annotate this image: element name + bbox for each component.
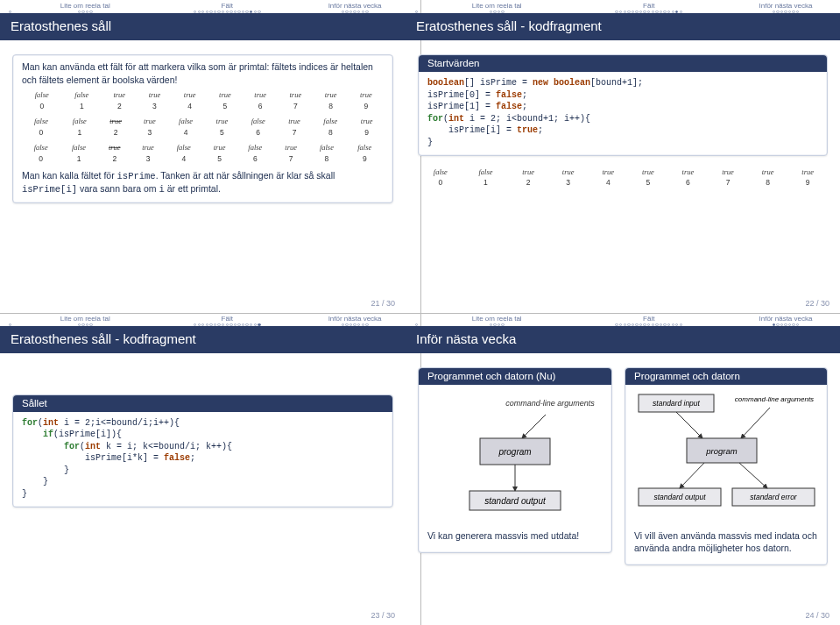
bool-table-2: falsefalsetruetruefalsetruefalsetruefals… bbox=[22, 116, 384, 139]
bool-table: falsefalsetruetruetruetruetruetruetruetr… bbox=[418, 167, 828, 188]
code-block-sallet: Sållet for(int i = 2;i<=bound/i;i++){ if… bbox=[12, 394, 393, 508]
svg-text:standard output: standard output bbox=[484, 496, 547, 506]
block-title: Sållet bbox=[13, 395, 392, 412]
nav-sec-c: Fält bbox=[222, 2, 233, 10]
svg-line-15 bbox=[739, 463, 767, 488]
svg-text:command-line arguments: command-line arguments bbox=[735, 395, 814, 403]
nav-bar: Lite om reela tal Fält Inför nästa vecka bbox=[0, 0, 406, 13]
svg-text:standard error: standard error bbox=[750, 493, 798, 501]
slide-footer: 21 / 30 bbox=[0, 297, 406, 313]
svg-text:program: program bbox=[498, 447, 531, 457]
svg-line-10 bbox=[676, 412, 702, 438]
slide-title: Eratosthenes såll - kodfragment bbox=[406, 13, 840, 40]
nav-sec-d: Inför nästa vecka bbox=[328, 2, 382, 10]
content-block: Man kan använda ett fält för att markera… bbox=[12, 54, 393, 203]
paragraph-2: Man kan kalla fältet för isPrime. Tanken… bbox=[22, 169, 384, 195]
svg-text:program: program bbox=[705, 446, 737, 456]
nav-bar: Lite om reela tal Fält Inför nästa vecka bbox=[406, 313, 840, 326]
svg-line-1 bbox=[522, 415, 546, 438]
page: Lite om reela tal Fält Inför nästa vecka… bbox=[0, 0, 840, 625]
slide-title: Inför nästa vecka bbox=[406, 326, 840, 353]
program-future-block: Programmet och datorn standard input bbox=[625, 367, 828, 566]
svg-line-14 bbox=[680, 463, 704, 488]
code-content: for(int i = 2;i<=bound/i;i++){ if(isPrim… bbox=[13, 412, 392, 508]
nav-bar: Lite om reela tal Fält Inför nästa vecka bbox=[0, 313, 406, 326]
slide-22: Lite om reela tal Fält Inför nästa vecka… bbox=[406, 0, 840, 313]
svg-text:standard input: standard input bbox=[653, 399, 701, 408]
diagram-future: standard input command-line arguments pr… bbox=[634, 390, 818, 522]
program-now-block: Programmet och datorn (Nu) command-line … bbox=[418, 367, 612, 553]
slide-footer: 22 / 30 bbox=[406, 297, 840, 313]
slide-title: Eratosthenes såll - kodfragment bbox=[0, 326, 406, 353]
slide-title: Eratosthenes såll bbox=[0, 13, 406, 40]
bool-table-1: falsefalsetruetruetruetruetruetruetruetr… bbox=[22, 89, 384, 113]
program-future-text: Vi vill även använda massvis med indata … bbox=[634, 529, 818, 554]
diagram-now: command-line arguments program standard … bbox=[427, 390, 603, 522]
nav-sec-b: Lite om reela tal bbox=[60, 2, 110, 10]
slide-24: Lite om reela tal Fält Inför nästa vecka… bbox=[406, 313, 840, 626]
slide-footer: 23 / 30 bbox=[0, 609, 406, 625]
svg-text:command-line arguments: command-line arguments bbox=[505, 399, 595, 408]
code-content: boolean[] isPrime = new boolean[bound+1]… bbox=[419, 72, 827, 155]
slide-23: Lite om reela tal Fält Inför nästa vecka… bbox=[0, 313, 406, 626]
slide-21: Lite om reela tal Fält Inför nästa vecka… bbox=[0, 0, 406, 313]
slide-footer: 24 / 30 bbox=[406, 609, 840, 625]
code-block-startvarden: Startvärden boolean[] isPrime = new bool… bbox=[418, 54, 828, 156]
bool-table-3: falsefalsetruetruefalsetruefalsetruefals… bbox=[22, 142, 384, 166]
paragraph-1: Man kan använda ett fält för att markera… bbox=[22, 60, 384, 85]
svg-text:standard output: standard output bbox=[653, 493, 706, 501]
svg-line-11 bbox=[741, 408, 770, 438]
nav-bar: Lite om reela tal Fält Inför nästa vecka bbox=[406, 0, 840, 13]
block-title: Programmet och datorn (Nu) bbox=[419, 368, 611, 385]
block-title: Startvärden bbox=[419, 55, 827, 72]
block-title: Programmet och datorn bbox=[625, 368, 827, 385]
program-now-text: Vi kan generera massvis med utdata! bbox=[427, 529, 603, 542]
